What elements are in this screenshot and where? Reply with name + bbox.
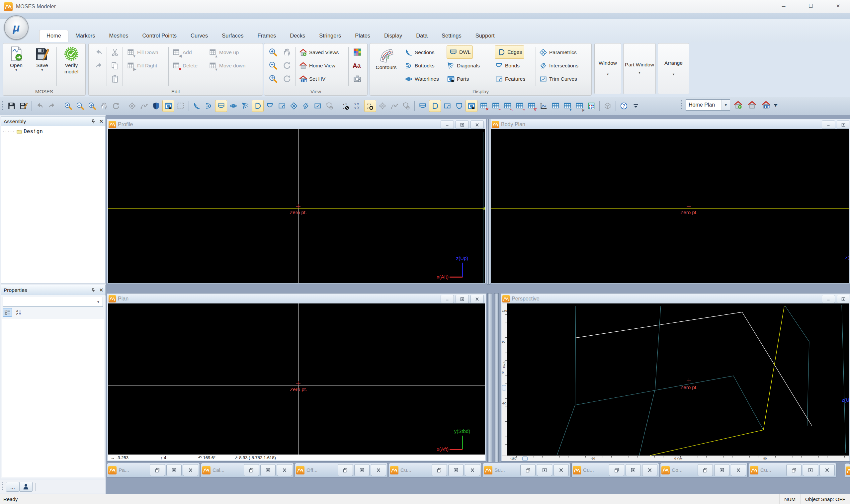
- sheet-part-button[interactable]: ▼: [562, 100, 573, 111]
- tab-decks[interactable]: Decks: [283, 30, 312, 42]
- restore-button[interactable]: [338, 464, 353, 476]
- maximize-button[interactable]: [448, 464, 464, 476]
- assembly-pin-icon[interactable]: [89, 118, 97, 126]
- set-home-view-button[interactable]: [760, 99, 772, 111]
- part-window-button[interactable]: Part Window▼: [623, 43, 656, 94]
- toolbar-drag-handle[interactable]: [2, 101, 3, 111]
- move-down-button[interactable]: ▼Move down: [209, 59, 246, 72]
- zoom-out-icon[interactable]: [268, 61, 277, 70]
- table-dwl-button[interactable]: [417, 100, 428, 111]
- yaw-slider-thumb[interactable]: [522, 456, 528, 461]
- zoom-extents-icon[interactable]: [268, 74, 277, 83]
- viewport-window-profile[interactable]: Profile Zero pt. B z(Up): [107, 119, 486, 284]
- user-person-button[interactable]: [19, 482, 33, 492]
- tab-settings[interactable]: Settings: [435, 30, 469, 42]
- plan-minimize-button[interactable]: [440, 295, 454, 303]
- sort-az-button[interactable]: [15, 308, 23, 317]
- close-button[interactable]: [731, 464, 746, 476]
- application-menu-button[interactable]: μ: [4, 15, 29, 40]
- marker-option-3-button[interactable]: [401, 100, 412, 111]
- plan-viewport[interactable]: Zero pt. y(Stbd) x(Aft): [108, 304, 485, 454]
- undo-button[interactable]: [34, 100, 46, 111]
- tab-stringers[interactable]: Stringers: [312, 30, 348, 42]
- yaw-ruler[interactable]: -180-900 Yaw90: [502, 455, 849, 461]
- open-button[interactable]: Open ▼: [7, 45, 25, 86]
- minimized-window-7[interactable]: Cu...: [749, 463, 836, 478]
- tab-home[interactable]: Home: [39, 30, 68, 42]
- save-view-button[interactable]: [732, 99, 744, 111]
- bonds-toggle[interactable]: Bonds: [495, 59, 520, 72]
- help-button[interactable]: [618, 100, 630, 111]
- tab-plates[interactable]: Plates: [348, 30, 377, 42]
- restore-button[interactable]: [609, 464, 624, 476]
- tab-markers[interactable]: Markers: [68, 30, 102, 42]
- rotate-view-button[interactable]: [110, 100, 122, 111]
- close-button[interactable]: [183, 464, 198, 476]
- fill-right-button[interactable]: ▶Fill Right: [127, 59, 157, 72]
- open-dropdown-arrow[interactable]: ▼: [7, 68, 25, 72]
- restore-button[interactable]: [150, 464, 165, 476]
- marker-option-1-button[interactable]: [377, 100, 388, 111]
- waterlines-button[interactable]: [228, 100, 239, 111]
- minimized-window-2[interactable]: Off...: [295, 463, 388, 478]
- body-plan-minimize-button[interactable]: [822, 121, 835, 129]
- diagonals-button[interactable]: [240, 100, 251, 111]
- maximize-button[interactable]: [354, 464, 369, 476]
- edges-button[interactable]: [252, 100, 264, 112]
- tab-surfaces[interactable]: Surfaces: [215, 30, 250, 42]
- properties-combobox-arrow[interactable]: ▼: [94, 297, 103, 306]
- pitch-slider-thumb[interactable]: [502, 385, 506, 391]
- part-window-toggle-button[interactable]: [162, 100, 174, 112]
- minimized-window-5[interactable]: Cu...: [572, 463, 659, 478]
- restore-button[interactable]: [786, 464, 801, 476]
- data-sheet-button[interactable]: [550, 100, 561, 111]
- table-offsets-button[interactable]: ≈: [514, 100, 525, 111]
- window-button[interactable]: Window▼: [594, 43, 621, 94]
- rotate-gear-icon[interactable]: [282, 74, 291, 83]
- dwl-toggle[interactable]: DWL: [447, 46, 473, 59]
- sections-toggle[interactable]: Sections: [404, 46, 434, 59]
- set-hv-button[interactable]: Set HV: [299, 73, 325, 85]
- minimized-window-1[interactable]: Cal...: [201, 463, 294, 478]
- sections-button[interactable]: [191, 100, 202, 111]
- intersections-button[interactable]: [300, 100, 311, 111]
- zoom-out-button[interactable]: [74, 100, 86, 111]
- intersections-toggle[interactable]: Intersections: [539, 59, 578, 72]
- sheet-moses-button[interactable]: µ: [574, 100, 585, 111]
- assembly-close-icon[interactable]: ✕: [97, 118, 105, 126]
- color-palette-icon[interactable]: [352, 48, 362, 57]
- fill-down-button[interactable]: ▼Fill Down: [127, 46, 158, 59]
- maximize-button[interactable]: [714, 464, 729, 476]
- viewport-window-perspective[interactable]: Perspective 180900-90Pitch: [501, 293, 850, 462]
- properties-pin-icon[interactable]: [89, 286, 97, 294]
- plot-axes-button[interactable]: [538, 100, 549, 111]
- tab-control-points[interactable]: Control Points: [135, 30, 184, 42]
- save-button[interactable]: Save ▼: [34, 45, 51, 86]
- table-part-button[interactable]: [466, 100, 477, 112]
- home-view-button[interactable]: [746, 99, 758, 111]
- tab-frames[interactable]: Frames: [250, 30, 283, 42]
- body-plan-viewport[interactable]: Zero pt. z(: [491, 129, 849, 283]
- tab-meshes[interactable]: Meshes: [102, 30, 135, 42]
- trim-curves-button[interactable]: [312, 100, 323, 111]
- table-bonds-button[interactable]: ▽: [526, 100, 537, 111]
- diagonals-toggle[interactable]: Diagonals: [447, 59, 480, 72]
- restore-button[interactable]: [520, 464, 536, 476]
- maximize-button[interactable]: [803, 464, 818, 476]
- waterlines-toggle[interactable]: Waterlines: [404, 73, 439, 85]
- toolbar-more-button[interactable]: [630, 100, 641, 111]
- maximize-button[interactable]: ☐: [801, 1, 820, 11]
- marker-option-2-button[interactable]: [389, 100, 400, 111]
- home-view-button[interactable]: Home View: [299, 59, 336, 72]
- mini-toolbar-more-button[interactable]: …: [6, 482, 19, 492]
- table-edges-button[interactable]: [429, 100, 441, 112]
- calculator-button[interactable]: [586, 100, 597, 111]
- profile-viewport[interactable]: Zero pt. B z(Up) x(Aft): [108, 129, 485, 283]
- object-snap-indicator[interactable]: Object Snap: OFF: [800, 494, 850, 504]
- redo-button[interactable]: [46, 100, 57, 111]
- paste-button[interactable]: [111, 73, 119, 85]
- selection-frame-button[interactable]: [175, 100, 186, 111]
- properties-close-icon[interactable]: ✕: [97, 286, 105, 294]
- perspective-restore-button[interactable]: [837, 295, 849, 303]
- minimized-window-0[interactable]: Pa...: [107, 463, 200, 478]
